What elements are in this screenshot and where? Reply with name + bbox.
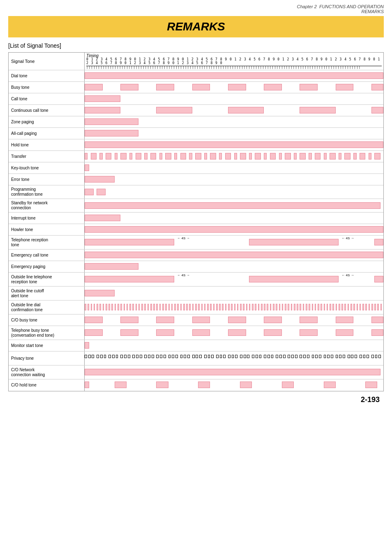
table-row: Dial tone <box>9 70 383 82</box>
table-row: Outside line telephonereception tone ← 4… <box>9 273 383 287</box>
table-row: Privacy tone <box>9 352 383 365</box>
table-row: Emergency paging <box>9 261 383 273</box>
col-signal-tone: Signal Tone <box>9 53 85 70</box>
title-bar: REMARKS <box>8 16 384 37</box>
table-row: Emergency call tone <box>9 250 383 261</box>
table-row: Zone paging <box>9 116 383 128</box>
table-row: C/O busy tone <box>9 314 383 326</box>
page-title: REMARKS <box>8 20 384 33</box>
table-row: Call tone <box>9 93 383 105</box>
table-row: C/O hold tone <box>9 379 383 391</box>
page-number: 2-193 <box>8 395 384 404</box>
table-row: Outside line cutoffalert tone <box>9 287 383 301</box>
table-row: Hold tone <box>9 139 383 151</box>
table-row: Telephone busy tone(conversation end ton… <box>9 326 383 340</box>
table-row: Error tone <box>9 174 383 185</box>
signal-table: Signal Tone Timing 0 1 2 3 4 5 6 7 8 9 0… <box>8 52 384 391</box>
chapter-label: Chapter 2 FUNCTIONS AND OPERATIONREMARKS <box>297 4 384 14</box>
table-row: Busy tone <box>9 82 383 93</box>
table-row: Key-touch tone <box>9 162 383 174</box>
table-row: Howler tone <box>9 224 383 236</box>
section-title: [List of Signal Tones] <box>8 42 384 49</box>
table-row: Telephone receptiontone ← 4S → ← 4S → <box>9 236 383 250</box>
table-row: C/O Networkconnection waiting <box>9 365 383 379</box>
table-row: Transfer <box>9 151 383 162</box>
table-row: All-call paging <box>9 128 383 139</box>
table-row: Interrupt tone <box>9 213 383 224</box>
table-row: Outside line dialconfirmation tone <box>9 301 383 314</box>
table-header: Signal Tone Timing 0 1 2 3 4 5 6 7 8 9 0… <box>9 53 383 70</box>
table-row: Continuous call tone <box>9 105 383 116</box>
header-right: Chapter 2 FUNCTIONS AND OPERATIONREMARKS <box>8 4 384 14</box>
col-timing: Timing 0 1 2 3 4 5 6 7 8 9 0 1 2 3 4 5 6… <box>85 53 383 70</box>
table-row: Standby for networkconnection <box>9 199 383 213</box>
table-row: Programmingconfirmation tone <box>9 185 383 199</box>
table-row: Monitor start tone <box>9 340 383 352</box>
